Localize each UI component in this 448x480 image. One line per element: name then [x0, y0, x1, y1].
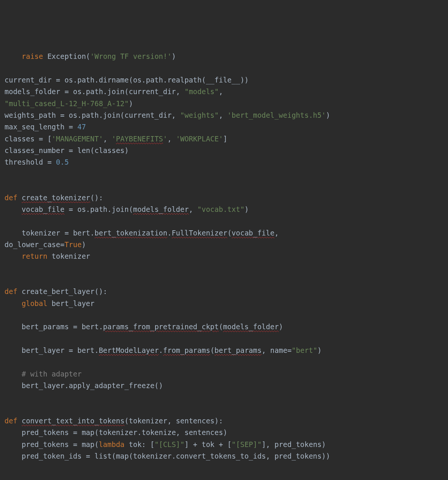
- code-text: pred_tokens = map(: [22, 440, 99, 448]
- string-literal: "[CLS]": [154, 440, 184, 448]
- code-text: = os.path.join(: [64, 205, 133, 213]
- code-text: pred_token_ids = list(map(tokenizer.conv…: [22, 452, 330, 460]
- function-name: convert_text_into_tokens: [22, 417, 125, 425]
- string-literal: "weights": [180, 111, 219, 119]
- code-line: pred_tokens = map(tokenizer.tokenize, se…: [4, 428, 227, 436]
- code-text: ():: [90, 194, 103, 202]
- function-name: create_tokenizer: [22, 194, 90, 202]
- kwarg: name: [270, 346, 287, 354]
- code-text: create_bert_layer():: [17, 287, 107, 296]
- code-line: # with adapter: [4, 370, 82, 378]
- keyword-raise: raise: [22, 52, 43, 60]
- variable: bert_params: [215, 346, 262, 354]
- class-name: FullTokenizer: [172, 229, 227, 237]
- attribute: params_from_pretrained_ckpt: [103, 322, 219, 331]
- keyword-def: def: [4, 287, 17, 296]
- code-line: do_lower_case=True): [4, 240, 86, 249]
- code-line: def convert_text_into_tokens(tokenizer, …: [4, 417, 223, 425]
- code-text: ,: [103, 135, 112, 143]
- code-text: [17, 417, 21, 425]
- code-text: ): [279, 322, 283, 331]
- code-line: classes = ['MANAGEMENT', 'PAYBENEFITS', …: [4, 135, 227, 143]
- number-literal: 47: [77, 123, 86, 131]
- quote: ': [163, 135, 167, 143]
- string-literal: 'MANAGEMENT': [52, 135, 103, 143]
- code-line: bert_layer = bert.BertModelLayer.from_pa…: [4, 346, 322, 354]
- code-line: global bert_layer: [4, 299, 94, 308]
- code-text: .: [167, 229, 172, 237]
- attribute: bert_tokenization: [94, 229, 167, 237]
- code-line: vocab_file = os.path.join(models_folder,…: [4, 205, 249, 213]
- code-text: pred_tokens = map(tokenizer.tokenize, se…: [22, 428, 227, 436]
- code-line: pred_tokens = map(lambda tok: ["[CLS]"] …: [4, 440, 326, 448]
- code-text: tok: [: [124, 440, 154, 448]
- number-literal: 0.5: [56, 158, 69, 166]
- keyword-def: def: [4, 417, 17, 425]
- code-text: ,: [275, 229, 279, 237]
- code-line: raise Exception('Wrong TF version!'): [4, 52, 176, 60]
- code-text: (tokenizer, sentences):: [124, 417, 223, 425]
- keyword-true: True: [64, 240, 82, 249]
- comment: # with adapter: [22, 370, 82, 378]
- quote: ': [112, 135, 116, 143]
- code-text: ,: [261, 346, 270, 354]
- code-text: =: [60, 240, 64, 249]
- variable: models_folder: [133, 205, 189, 213]
- keyword-return: return: [22, 252, 48, 260]
- code-text: bert_layer.apply_adapter_freeze(): [22, 381, 163, 390]
- string-literal: 'PAYBENEFITS': [112, 135, 167, 143]
- keyword-lambda: lambda: [99, 440, 125, 448]
- code-text: ): [129, 99, 133, 108]
- code-line: current_dir = os.path.dirname(os.path.re…: [4, 76, 249, 84]
- code-text: classes = [: [4, 135, 52, 143]
- code-text: ,: [189, 205, 197, 213]
- code-text: ] + tok + [: [184, 440, 231, 448]
- code-text: weights_path = os.path.join(current_dir,: [4, 111, 180, 119]
- code-text: ,: [167, 135, 176, 143]
- code-line: weights_path = os.path.join(current_dir,…: [4, 111, 330, 119]
- string-literal: "[SEP]": [231, 440, 261, 448]
- code-text: ): [326, 111, 330, 119]
- code-text: threshold =: [4, 158, 56, 166]
- string-literal: "vocab.txt": [197, 205, 245, 213]
- code-line: def create_tokenizer():: [4, 194, 103, 202]
- code-line: threshold = 0.5: [4, 158, 69, 166]
- code-text: ): [317, 346, 321, 354]
- code-line: tokenizer = bert.bert_tokenization.FullT…: [4, 229, 279, 237]
- call-exception: Exception(: [47, 52, 90, 60]
- code-editor[interactable]: raise Exception('Wrong TF version!') cur…: [4, 51, 444, 462]
- code-line: bert_params = bert.params_from_pretraine…: [4, 322, 283, 331]
- variable: vocab_file: [22, 205, 64, 213]
- code-text: (: [227, 229, 231, 237]
- code-line: return tokenizer: [4, 252, 90, 260]
- code-text: tokenizer: [47, 252, 90, 260]
- code-text: ): [245, 205, 249, 213]
- code-text: max_seq_length =: [4, 123, 77, 131]
- string-literal: "multi_cased_L-12_H-768_A-12": [4, 99, 129, 108]
- code-text: ,: [219, 111, 227, 119]
- code-text: bert_params = bert.: [22, 322, 103, 331]
- class-name: BertModelLayer: [99, 346, 159, 354]
- code-text: ], pred_tokens): [261, 440, 326, 448]
- string-literal: 'bert_model_weights.h5': [227, 111, 326, 119]
- string-literal: 'WORKPLACE': [176, 135, 223, 143]
- string-literal: 'Wrong TF version!': [90, 52, 172, 60]
- code-line: bert_layer.apply_adapter_freeze(): [4, 381, 163, 390]
- code-line: classes_number = len(classes): [4, 146, 129, 154]
- code-line: max_seq_length = 47: [4, 123, 86, 131]
- method: from_params: [163, 346, 210, 354]
- code-line: def create_bert_layer():: [4, 287, 108, 296]
- code-line: pred_token_ids = list(map(tokenizer.conv…: [4, 452, 330, 460]
- variable: vocab_file: [231, 229, 274, 237]
- string-literal: "bert": [292, 346, 318, 354]
- keyword-global: global: [22, 299, 48, 308]
- code-text: =: [287, 346, 291, 354]
- code-text: (: [219, 322, 223, 331]
- code-text: tokenizer = bert.: [22, 229, 94, 237]
- code-text: bert_layer: [47, 299, 94, 308]
- code-text: models_folder = os.path.join(current_dir…: [4, 87, 184, 96]
- code-text: ,: [219, 87, 223, 96]
- code-text: (: [210, 346, 214, 354]
- paren: ): [172, 52, 176, 60]
- spellcheck-warning: PAYBENEFITS: [116, 135, 163, 143]
